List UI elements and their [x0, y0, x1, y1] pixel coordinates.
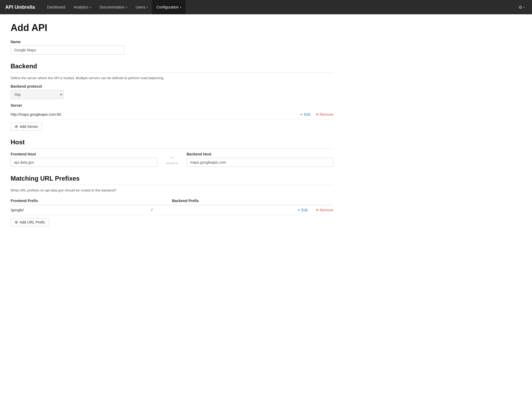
backend-host-input[interactable]	[187, 158, 333, 167]
nav-label-documentation: Documentation	[100, 5, 125, 9]
documentation-caret-icon: ▾	[126, 6, 127, 9]
prefix-row: /google/ / ✏ Edit ✕ Remove	[11, 205, 333, 215]
server-url: http://maps.googleapis.com:80	[11, 112, 295, 117]
prefix-remove-link[interactable]: ✕ Remove	[316, 208, 333, 212]
add-server-button[interactable]: ⊕ Add Server	[11, 123, 42, 131]
prefix-actions: ✏ Edit ✕ Remove	[292, 208, 333, 212]
navbar-brand[interactable]: API Umbrella	[5, 5, 35, 10]
prefix-edit-link[interactable]: ✏ Edit	[297, 208, 308, 212]
add-server-label: Add Server	[20, 124, 38, 129]
backend-section-heading: Backend	[11, 62, 333, 73]
nav-label-users: Users	[136, 5, 146, 9]
gear-caret-icon: ▾	[523, 6, 525, 9]
navbar: API Umbrella Dashboard Analytics ▾ Docum…	[0, 0, 532, 14]
server-edit-link[interactable]: ✏ Edit	[300, 112, 310, 117]
backend-host-label: Backend Host	[187, 152, 333, 156]
add-prefix-label: Add URL Prefix	[20, 220, 45, 224]
server-remove-label: Remove	[320, 112, 333, 117]
pencil-icon: ✏	[300, 113, 303, 117]
times-icon: ✕	[316, 113, 319, 117]
prefix-backend-value: /	[151, 208, 292, 212]
frontend-host-col: Frontend Host	[11, 152, 157, 167]
arrow-right-icon: →	[169, 154, 175, 161]
analytics-caret-icon: ▾	[90, 6, 91, 9]
nav-label-analytics: Analytics	[74, 5, 89, 9]
rewrite-arrow: → rewrite to	[163, 154, 181, 165]
server-label: Server	[11, 103, 333, 108]
nav-label-configuration: Configuration	[156, 5, 178, 9]
backend-host-col: Backend Host	[187, 152, 333, 167]
prefix-col-frontend-header: Frontend Prefix	[11, 199, 172, 203]
prefix-edit-label: Edit	[301, 208, 308, 212]
nav-item-configuration[interactable]: Configuration ▾	[152, 0, 185, 14]
backend-description: Define the server where the API is hoste…	[11, 76, 333, 80]
nav-item-dashboard[interactable]: Dashboard	[43, 0, 70, 14]
plus-circle-icon: ⊕	[15, 124, 18, 129]
nav-item-documentation[interactable]: Documentation ▾	[96, 0, 132, 14]
backend-protocol-group: Backend protocol http https	[11, 84, 333, 99]
prefix-col-backend-header: Backend Prefix	[172, 199, 333, 203]
plus-circle-prefix-icon: ⊕	[15, 220, 18, 224]
rewrite-label: rewrite to	[166, 162, 178, 165]
frontend-host-label: Frontend Host	[11, 152, 157, 156]
nav-label-dashboard: Dashboard	[47, 5, 65, 9]
configuration-caret-icon: ▾	[180, 6, 181, 9]
nav-item-analytics[interactable]: Analytics ▾	[70, 0, 96, 14]
host-row: Frontend Host → rewrite to Backend Host	[11, 152, 333, 167]
server-edit-label: Edit	[304, 112, 310, 117]
server-remove-link[interactable]: ✕ Remove	[316, 112, 333, 117]
nav-items: Dashboard Analytics ▾ Documentation ▾ Us…	[43, 0, 516, 14]
prefix-times-icon: ✕	[316, 208, 319, 212]
users-caret-icon: ▾	[147, 6, 148, 9]
prefix-frontend-value: /google/	[11, 208, 151, 212]
gear-icon: ⚙	[519, 5, 522, 10]
name-input[interactable]	[11, 46, 124, 55]
backend-protocol-select[interactable]: http https	[11, 90, 64, 99]
page-title: Add API	[11, 22, 333, 33]
add-prefix-button[interactable]: ⊕ Add URL Prefix	[11, 218, 49, 226]
prefix-header: Frontend Prefix Backend Prefix	[11, 196, 333, 205]
prefix-table: Frontend Prefix Backend Prefix /google/ …	[11, 196, 333, 215]
prefixes-section-heading: Matching URL Prefixes	[11, 175, 333, 185]
server-row: http://maps.googleapis.com:80 ✏ Edit ✕ R…	[11, 110, 333, 119]
frontend-host-input[interactable]	[11, 158, 157, 167]
nav-item-users[interactable]: Users ▾	[132, 0, 152, 14]
name-group: Name	[11, 40, 333, 55]
prefix-remove-label: Remove	[320, 208, 333, 212]
main-content: Add API Name Backend Define the server w…	[0, 14, 344, 234]
prefix-pencil-icon: ✏	[297, 208, 300, 212]
gear-menu[interactable]: ⚙ ▾	[516, 5, 527, 10]
backend-protocol-label: Backend protocol	[11, 84, 333, 88]
nav-right: ⚙ ▾	[516, 5, 527, 10]
host-section-heading: Host	[11, 139, 333, 149]
prefixes-description: What URL prefixes on api.data.gov should…	[11, 188, 333, 192]
server-section: Server http://maps.googleapis.com:80 ✏ E…	[11, 103, 333, 131]
name-label: Name	[11, 40, 333, 44]
